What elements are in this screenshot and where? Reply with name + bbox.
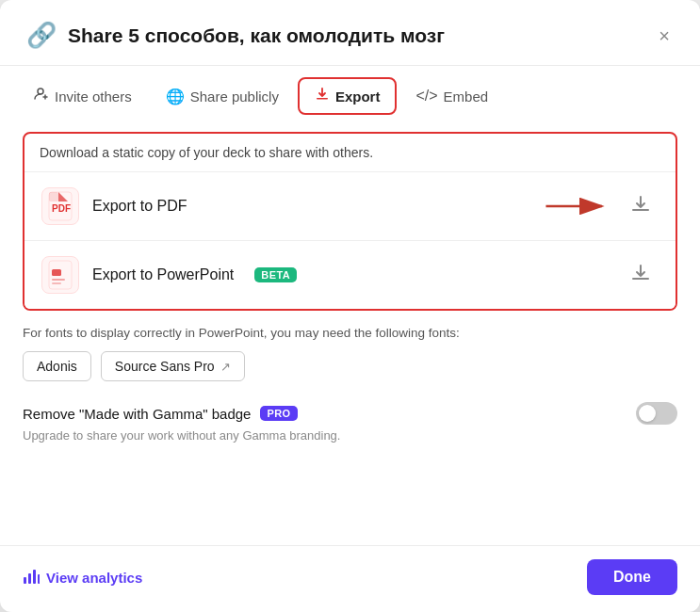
- tab-export[interactable]: Export: [298, 77, 398, 115]
- svg-rect-13: [24, 577, 26, 584]
- svg-rect-10: [52, 269, 61, 276]
- view-analytics-button[interactable]: View analytics: [23, 568, 142, 588]
- analytics-icon: [23, 568, 40, 588]
- tab-export-label: Export: [335, 89, 381, 105]
- share-modal: 🔗 Share 5 способов, как омолодить мозг ×…: [0, 0, 700, 612]
- remove-badge-toggle[interactable]: [636, 402, 677, 425]
- remove-badge-label: Remove "Made with Gamma" badge: [23, 406, 251, 422]
- font-source-sans-pro-label: Source Sans Pro: [115, 359, 215, 374]
- ppt-icon: [41, 256, 79, 294]
- svg-rect-15: [33, 570, 36, 584]
- pdf-icon: PDF: [41, 187, 79, 225]
- globe-icon: 🌐: [166, 88, 185, 105]
- ppt-label: Export to PowerPoint: [92, 266, 234, 283]
- tab-invite[interactable]: Invite others: [19, 79, 147, 113]
- svg-rect-11: [52, 279, 65, 281]
- tab-embed[interactable]: </> Embed: [400, 80, 503, 112]
- svg-text:PDF: PDF: [52, 203, 71, 214]
- font-adonis-label: Adonis: [37, 359, 77, 374]
- view-analytics-label: View analytics: [46, 570, 142, 586]
- pdf-label: Export to PDF: [92, 198, 187, 215]
- export-tab-icon: [315, 87, 330, 105]
- fonts-notice: For fonts to display correctly in PowerP…: [23, 326, 677, 340]
- modal-header: 🔗 Share 5 способов, как омолодить мозг ×: [0, 0, 700, 66]
- remove-badge-row: Remove "Made with Gamma" badge PRO: [23, 402, 677, 425]
- modal-title: Share 5 способов, как омолодить мозг: [68, 24, 445, 47]
- toggle-knob: [639, 405, 656, 422]
- pdf-arrow-indicator: [542, 190, 659, 223]
- tabs-bar: Invite others 🌐 Share publicly Export </…: [0, 66, 700, 115]
- arrow-svg: [542, 193, 617, 219]
- svg-rect-16: [38, 574, 40, 584]
- svg-point-0: [38, 89, 43, 94]
- pdf-download-button[interactable]: [623, 190, 659, 223]
- export-options-box: Download a static copy of your deck to s…: [23, 132, 677, 311]
- svg-rect-12: [52, 282, 61, 284]
- ppt-download-button[interactable]: [623, 259, 659, 292]
- tab-embed-label: Embed: [444, 89, 489, 105]
- close-button[interactable]: ×: [655, 23, 674, 49]
- embed-icon: </>: [415, 88, 437, 105]
- done-button[interactable]: Done: [587, 559, 677, 595]
- beta-badge: BETA: [254, 267, 297, 282]
- modal-body: Download a static copy of your deck to s…: [0, 115, 700, 545]
- title-row: 🔗 Share 5 способов, как омолодить мозг: [26, 21, 445, 50]
- tab-invite-label: Invite others: [55, 89, 132, 105]
- invite-icon: [34, 87, 49, 105]
- external-link-icon: ↗: [220, 360, 231, 374]
- modal-footer: View analytics Done: [0, 545, 700, 612]
- export-description: Download a static copy of your deck to s…: [24, 134, 676, 172]
- export-pdf-item: PDF Export to PDF: [24, 172, 676, 241]
- tab-share[interactable]: 🌐 Share publicly: [151, 80, 294, 113]
- remove-badge-sublabel: Upgrade to share your work without any G…: [23, 428, 677, 443]
- svg-rect-14: [28, 573, 31, 584]
- svg-rect-3: [317, 98, 328, 100]
- svg-rect-6: [49, 192, 58, 201]
- export-ppt-item: Export to PowerPoint BETA: [24, 241, 676, 309]
- link-icon: 🔗: [26, 21, 57, 50]
- font-adonis[interactable]: Adonis: [23, 351, 91, 381]
- font-tags: Adonis Source Sans Pro ↗: [23, 351, 677, 381]
- tab-share-label: Share publicly: [190, 89, 279, 105]
- font-source-sans-pro[interactable]: Source Sans Pro ↗: [101, 351, 245, 381]
- pro-badge: PRO: [260, 406, 297, 421]
